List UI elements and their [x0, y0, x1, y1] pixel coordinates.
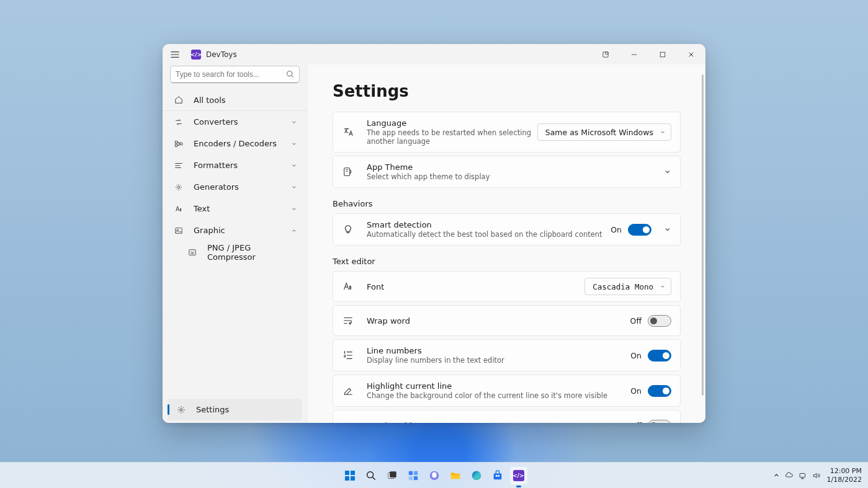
setting-language: Language The app needs to be restarted w…: [333, 112, 681, 153]
svg-point-11: [180, 409, 182, 411]
sidebar-item-png-jpeg-compressor[interactable]: PNG / JPEG Compressor: [165, 241, 305, 263]
setting-font: Font Cascadia Mono: [333, 271, 681, 302]
volume-icon[interactable]: [812, 471, 821, 480]
home-icon: [174, 95, 184, 105]
svg-rect-28: [495, 475, 497, 477]
setting-highlight-line: Highlight current line Change the backgr…: [333, 375, 681, 407]
compressor-icon: [187, 247, 197, 257]
file-explorer-button[interactable]: [447, 467, 464, 484]
render-whitespace-toggle[interactable]: [648, 420, 671, 424]
svg-rect-8: [176, 228, 182, 233]
sidebar-item-generators[interactable]: Generators: [165, 176, 305, 198]
sidebar-item-encoders[interactable]: Encoders / Decoders: [165, 133, 305, 154]
scrollbar[interactable]: [702, 74, 704, 396]
svg-rect-21: [413, 471, 417, 474]
setting-title: Language: [367, 118, 537, 128]
svg-rect-12: [344, 168, 350, 176]
language-dropdown[interactable]: Same as Microsoft Windows: [537, 123, 671, 141]
sidebar-item-label: Formatters: [194, 161, 291, 170]
chevron-down-icon: [291, 141, 297, 147]
svg-rect-20: [408, 471, 412, 474]
maximize-button[interactable]: [648, 44, 677, 64]
sidebar-item-label: Encoders / Decoders: [194, 139, 291, 148]
chevron-down-icon: [291, 119, 297, 125]
toggle-state-label: On: [630, 386, 642, 396]
svg-rect-13: [345, 471, 349, 475]
gear-icon: [176, 405, 186, 415]
section-text-editor: Text editor: [333, 257, 681, 266]
tray-overflow-icon[interactable]: [773, 472, 780, 479]
tray-time: 12:00 PM: [827, 467, 862, 475]
font-icon: [342, 281, 354, 292]
setting-title: Font: [367, 282, 584, 291]
devtoys-taskbar-button[interactable]: </>: [510, 467, 527, 484]
store-button[interactable]: [489, 467, 506, 484]
wrap-icon: [342, 315, 354, 326]
lightbulb-icon: [342, 224, 354, 235]
app-window: </> DevToys: [163, 44, 705, 423]
svg-rect-30: [800, 473, 805, 477]
widgets-button[interactable]: [405, 467, 422, 484]
setting-render-whitespace: Render white space Off: [333, 410, 681, 423]
svg-point-7: [177, 186, 180, 189]
setting-app-theme[interactable]: App Theme Select which app theme to disp…: [333, 156, 681, 188]
font-dropdown[interactable]: Cascadia Mono: [584, 278, 671, 295]
sidebar-item-text[interactable]: Text: [165, 198, 305, 220]
onedrive-icon[interactable]: [785, 471, 794, 480]
task-view-button[interactable]: [383, 467, 401, 484]
setting-wrap-word: Wrap word Off: [333, 305, 681, 336]
taskbar-search-button[interactable]: [362, 467, 380, 484]
svg-rect-2: [660, 52, 665, 57]
encoders-icon: [174, 139, 184, 149]
sidebar-item-label: PNG / JPEG Compressor: [207, 243, 297, 262]
titlebar: </> DevToys: [163, 44, 705, 64]
wrap-word-toggle[interactable]: [648, 315, 671, 327]
chevron-down-icon: [291, 206, 297, 212]
toggle-state-label: Off: [630, 421, 642, 424]
search-box[interactable]: [170, 66, 300, 83]
sidebar-item-graphic[interactable]: Graphic: [165, 220, 305, 241]
line-numbers-toggle[interactable]: [648, 350, 671, 362]
edge-button[interactable]: [468, 467, 485, 484]
sidebar: All tools Converters Encoders / Decoders: [163, 64, 308, 423]
svg-rect-27: [493, 473, 501, 479]
sidebar-item-converters[interactable]: Converters: [165, 111, 305, 133]
setting-desc: Display line numbers in the text editor: [367, 356, 630, 365]
app-logo-icon: </>: [191, 50, 201, 60]
svg-rect-22: [408, 476, 412, 479]
svg-rect-15: [345, 476, 349, 481]
taskbar: </> 12:00 PM 1/18/2022: [0, 462, 868, 488]
compact-overlay-button[interactable]: [591, 44, 620, 64]
sidebar-item-label: Text: [194, 204, 291, 213]
search-input[interactable]: [176, 70, 282, 79]
highlight-line-toggle[interactable]: [648, 385, 671, 397]
toggle-state-label: On: [611, 225, 622, 234]
setting-smart-detection: Smart detection Automatically detect the…: [333, 213, 681, 246]
setting-title: Smart detection: [367, 220, 611, 229]
smart-detection-toggle[interactable]: [628, 224, 651, 236]
sidebar-item-formatters[interactable]: Formatters: [165, 154, 305, 176]
chevron-down-icon[interactable]: [664, 168, 671, 175]
system-tray: 12:00 PM 1/18/2022: [773, 467, 862, 483]
minimize-button[interactable]: [620, 44, 648, 64]
sidebar-item-all-tools[interactable]: All tools: [163, 89, 307, 111]
tray-clock[interactable]: 12:00 PM 1/18/2022: [827, 467, 862, 483]
theme-icon: [342, 166, 354, 177]
generators-icon: [174, 182, 184, 192]
network-icon[interactable]: [799, 471, 807, 480]
hamburger-menu-button[interactable]: [169, 48, 181, 61]
chevron-down-icon: [660, 129, 666, 135]
svg-rect-16: [351, 476, 355, 481]
close-button[interactable]: [677, 44, 705, 64]
start-button[interactable]: [341, 467, 359, 484]
setting-title: Wrap word: [367, 316, 630, 326]
chat-button[interactable]: [426, 467, 443, 484]
sidebar-item-label: Generators: [194, 182, 291, 192]
sidebar-item-settings[interactable]: Settings: [168, 399, 302, 420]
svg-point-3: [287, 71, 292, 76]
toggle-state-label: On: [630, 351, 642, 360]
chevron-up-icon: [291, 228, 297, 234]
chevron-down-icon[interactable]: [664, 226, 671, 233]
setting-desc: Change the background color of the curre…: [367, 391, 630, 400]
line-numbers-icon: [342, 350, 354, 361]
